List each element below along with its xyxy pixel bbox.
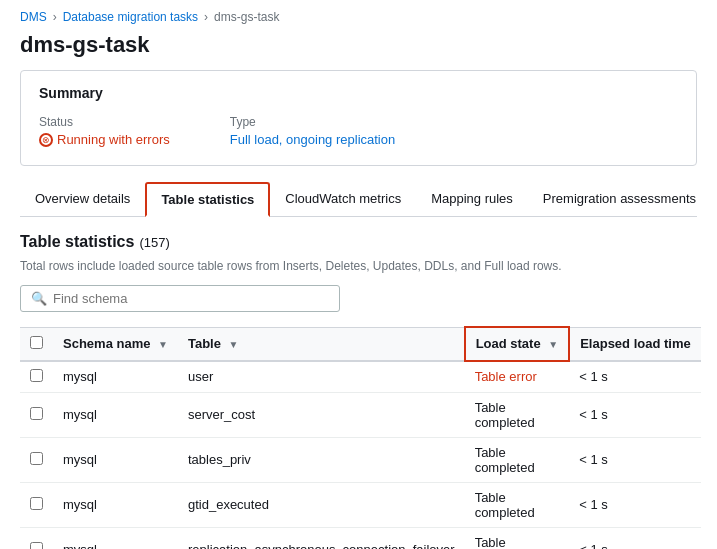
search-box[interactable]: 🔍 xyxy=(20,285,340,312)
tabs-container: Overview details Table statistics CloudW… xyxy=(20,182,697,217)
row-checkbox-4[interactable] xyxy=(30,542,43,550)
summary-heading: Summary xyxy=(39,85,678,101)
summary-box: Summary Status ⊗ Running with errors Typ… xyxy=(20,70,697,166)
cell-load-state-1: Table completed xyxy=(465,392,570,437)
cell-table-4: replication_asynchronous_connection_fail… xyxy=(178,527,465,549)
tab-tags[interactable]: Tags xyxy=(711,182,717,217)
data-table: Schema name ▼ Table ▼ Load state ▼ Elaps… xyxy=(20,326,701,549)
status-label: Status xyxy=(39,115,170,129)
row-checkbox-3[interactable] xyxy=(30,497,43,510)
cell-load-state-0: Table error xyxy=(465,361,570,393)
tab-overview-details[interactable]: Overview details xyxy=(20,182,145,217)
cell-load-state-2: Table completed xyxy=(465,437,570,482)
row-checkbox-1[interactable] xyxy=(30,407,43,420)
status-value: ⊗ Running with errors xyxy=(39,132,170,147)
th-schema-name[interactable]: Schema name ▼ xyxy=(53,327,178,361)
select-all-checkbox[interactable] xyxy=(30,336,43,349)
table-row: mysqltables_privTable completed< 1 s xyxy=(20,437,701,482)
row-checkbox-0[interactable] xyxy=(30,369,43,382)
cell-elapsed-2: < 1 s xyxy=(569,437,701,482)
table-header-row: Schema name ▼ Table ▼ Load state ▼ Elaps… xyxy=(20,327,701,361)
content-area: Table statistics (157) Total rows includ… xyxy=(0,217,717,549)
cell-schema-1: mysql xyxy=(53,392,178,437)
cell-load-state-4: Table completed xyxy=(465,527,570,549)
th-load-state[interactable]: Load state ▼ xyxy=(465,327,570,361)
table-row: mysqlreplication_asynchronous_connection… xyxy=(20,527,701,549)
row-checkbox-2[interactable] xyxy=(30,452,43,465)
breadcrumb-current: dms-gs-task xyxy=(214,10,279,24)
cell-schema-2: mysql xyxy=(53,437,178,482)
table-statistics-count: (157) xyxy=(139,235,169,250)
error-circle-icon: ⊗ xyxy=(39,133,53,147)
th-table-name[interactable]: Table ▼ xyxy=(178,327,465,361)
schema-name-sort-icon: ▼ xyxy=(158,339,168,350)
th-select-all[interactable] xyxy=(20,327,53,361)
table-statistics-description: Total rows include loaded source table r… xyxy=(20,259,697,273)
search-input[interactable] xyxy=(53,291,329,306)
cell-schema-3: mysql xyxy=(53,482,178,527)
page-title: dms-gs-task xyxy=(0,28,717,70)
breadcrumb-migration-tasks[interactable]: Database migration tasks xyxy=(63,10,198,24)
type-value: Full load, ongoing replication xyxy=(230,132,396,147)
table-row: mysqlgtid_executedTable completed< 1 s xyxy=(20,482,701,527)
cell-table-3: gtid_executed xyxy=(178,482,465,527)
cell-elapsed-1: < 1 s xyxy=(569,392,701,437)
tab-cloudwatch-metrics[interactable]: CloudWatch metrics xyxy=(270,182,416,217)
table-row: mysqluserTable error< 1 s xyxy=(20,361,701,393)
load-state-sort-icon: ▼ xyxy=(548,339,558,350)
type-label: Type xyxy=(230,115,396,129)
cell-table-2: tables_priv xyxy=(178,437,465,482)
table-statistics-title: Table statistics xyxy=(20,233,134,251)
cell-schema-0: mysql xyxy=(53,361,178,393)
cell-table-0: user xyxy=(178,361,465,393)
breadcrumb-dms[interactable]: DMS xyxy=(20,10,47,24)
status-text: Running with errors xyxy=(57,132,170,147)
cell-schema-4: mysql xyxy=(53,527,178,549)
tab-table-statistics[interactable]: Table statistics xyxy=(145,182,270,217)
cell-elapsed-0: < 1 s xyxy=(569,361,701,393)
cell-elapsed-3: < 1 s xyxy=(569,482,701,527)
table-statistics-heading-row: Table statistics (157) xyxy=(20,233,697,255)
table-name-sort-icon: ▼ xyxy=(229,339,239,350)
cell-table-1: server_cost xyxy=(178,392,465,437)
breadcrumb-sep-1: › xyxy=(53,10,57,24)
table-row: mysqlserver_costTable completed< 1 s xyxy=(20,392,701,437)
status-field: Status ⊗ Running with errors xyxy=(39,115,170,147)
breadcrumb: DMS › Database migration tasks › dms-gs-… xyxy=(0,0,717,28)
search-icon: 🔍 xyxy=(31,291,47,306)
cell-elapsed-4: < 1 s xyxy=(569,527,701,549)
type-field: Type Full load, ongoing replication xyxy=(230,115,396,147)
tab-premigration-assessments[interactable]: Premigration assessments xyxy=(528,182,711,217)
cell-load-state-3: Table completed xyxy=(465,482,570,527)
tab-mapping-rules[interactable]: Mapping rules xyxy=(416,182,528,217)
th-elapsed-load-time: Elapsed load time xyxy=(569,327,701,361)
breadcrumb-sep-2: › xyxy=(204,10,208,24)
